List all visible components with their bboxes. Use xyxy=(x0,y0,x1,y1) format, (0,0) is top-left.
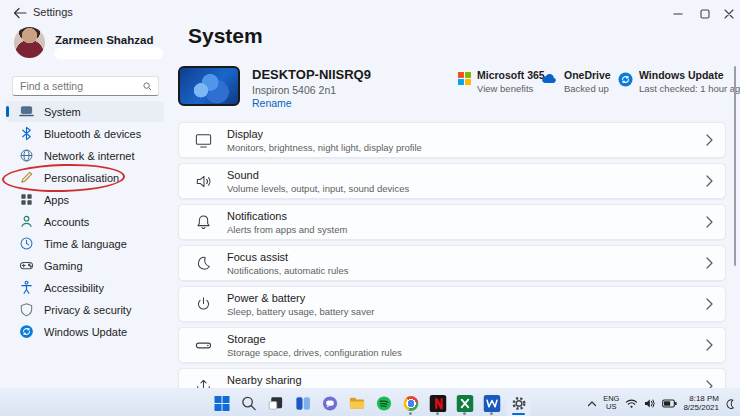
chat-button[interactable] xyxy=(318,390,342,416)
back-button[interactable] xyxy=(13,7,27,19)
row-description: Sleep, battery usage, battery saver xyxy=(227,306,374,317)
close-button[interactable] xyxy=(723,9,735,19)
taskbar-icon-strip xyxy=(210,389,531,416)
row-label: Sound xyxy=(227,169,409,181)
power-icon xyxy=(194,295,213,314)
sidebar-item-apps[interactable]: Apps xyxy=(6,189,164,210)
selected-indicator xyxy=(6,106,9,117)
focus-assist-moon-icon[interactable] xyxy=(725,398,735,409)
running-indicator xyxy=(409,412,412,415)
rename-link[interactable]: Rename xyxy=(252,97,292,109)
sidebar-item-label: System xyxy=(44,106,81,118)
wifi-icon[interactable] xyxy=(625,398,638,409)
row-focus-assist[interactable]: Focus assist Notifications, automatic ru… xyxy=(178,245,726,281)
chat-icon xyxy=(321,395,338,412)
sidebar-item-label: Accounts xyxy=(44,216,89,228)
excel-icon xyxy=(456,395,473,412)
file-explorer-button[interactable] xyxy=(345,390,369,416)
status-card-microsoft-365[interactable]: Microsoft 365 View benefits xyxy=(458,69,545,94)
device-name: DESKTOP-NIISRQ9 xyxy=(252,67,371,82)
sidebar-item-network-internet[interactable]: Network & internet xyxy=(6,145,164,166)
minimize-button[interactable] xyxy=(672,9,684,19)
chevron-right-icon xyxy=(706,257,713,269)
status-sublabel: View benefits xyxy=(477,83,545,94)
row-storage[interactable]: Storage Storage space, drives, configura… xyxy=(178,327,726,363)
device-model: Inspiron 5406 2n1 xyxy=(252,84,336,96)
sidebar-item-privacy-security[interactable]: Privacy & security xyxy=(6,299,164,320)
clock-date[interactable]: 8:18 PM 8/25/2021 xyxy=(683,394,719,412)
word-button[interactable] xyxy=(480,390,504,416)
tray-chevron-up[interactable] xyxy=(587,400,597,407)
personalisation-icon xyxy=(19,170,34,185)
focus-assist-icon xyxy=(194,254,213,273)
chevron-right-icon xyxy=(706,175,713,187)
sidebar-item-accessibility[interactable]: Accessibility xyxy=(6,277,164,298)
row-description: Notifications, automatic rules xyxy=(227,265,348,276)
spotify-button[interactable] xyxy=(372,390,396,416)
row-display[interactable]: Display Monitors, brightness, night ligh… xyxy=(178,122,726,158)
sidebar-item-accounts[interactable]: Accounts xyxy=(6,211,164,232)
sidebar-nav: System Bluetooth & devices Network & int… xyxy=(6,101,164,343)
chrome-button[interactable] xyxy=(399,390,423,416)
tray-time: 8:18 PM xyxy=(683,394,719,403)
privacy-icon xyxy=(19,302,34,317)
running-indicator xyxy=(490,412,493,415)
device-thumbnail xyxy=(178,66,240,106)
start-button[interactable] xyxy=(210,390,234,416)
system-tray: ENG US 8:18 PM 8/25/2021 xyxy=(587,389,737,416)
language-indicator[interactable]: ENG US xyxy=(603,395,619,411)
battery-icon[interactable] xyxy=(662,399,677,408)
system-icon xyxy=(19,104,34,119)
sidebar-item-label: Personalisation xyxy=(44,172,119,184)
row-sound[interactable]: Sound Volume levels, output, input, soun… xyxy=(178,163,726,199)
status-sublabel: Backed up xyxy=(564,83,611,94)
sidebar-item-windows-update[interactable]: Windows Update xyxy=(6,321,164,342)
sidebar-item-gaming[interactable]: Gaming xyxy=(6,255,164,276)
netflix-icon xyxy=(429,395,446,412)
row-label: Storage xyxy=(227,333,402,345)
chevron-right-icon xyxy=(706,134,713,146)
task-view-button[interactable] xyxy=(264,390,288,416)
row-label: Nearby sharing xyxy=(227,374,384,386)
status-card-windows-update[interactable]: Windows Update Last checked: 1 hour ago xyxy=(618,69,740,94)
sidebar-item-label: Gaming xyxy=(44,260,83,272)
excel-button[interactable] xyxy=(453,390,477,416)
volume-icon[interactable] xyxy=(644,398,656,409)
maximize-button[interactable] xyxy=(699,9,711,19)
netflix-button[interactable] xyxy=(426,390,450,416)
settings-list: Display Monitors, brightness, night ligh… xyxy=(178,122,726,409)
windows-start-icon xyxy=(214,396,229,411)
settings-taskbar-button[interactable] xyxy=(507,390,531,416)
row-label: Notifications xyxy=(227,210,347,222)
sidebar-item-time-language[interactable]: Time & language xyxy=(6,233,164,254)
windows-update-icon xyxy=(19,324,34,339)
taskbar-search-button[interactable] xyxy=(237,390,261,416)
row-label: Power & battery xyxy=(227,292,374,304)
titlebar: Settings xyxy=(0,0,740,26)
spotify-icon xyxy=(375,395,392,412)
running-indicator xyxy=(436,412,439,415)
avatar[interactable] xyxy=(14,27,45,58)
row-notifications[interactable]: Notifications Alerts from apps and syste… xyxy=(178,204,726,240)
search-input[interactable] xyxy=(18,78,138,94)
microsoft-365-icon xyxy=(458,72,471,94)
scrollbar[interactable] xyxy=(734,66,736,266)
widgets-button[interactable] xyxy=(291,390,315,416)
row-power-battery[interactable]: Power & battery Sleep, battery usage, ba… xyxy=(178,286,726,322)
tray-date: 8/25/2021 xyxy=(683,403,719,412)
running-indicator xyxy=(463,412,466,415)
sidebar-item-label: Privacy & security xyxy=(44,304,131,316)
sidebar-item-personalisation[interactable]: Personalisation xyxy=(6,167,164,188)
chevron-right-icon xyxy=(706,339,713,351)
row-label: Focus assist xyxy=(227,251,348,263)
notifications-icon xyxy=(194,213,213,232)
bluetooth-icon xyxy=(19,126,34,141)
page-title: System xyxy=(188,24,263,48)
onedrive-icon xyxy=(540,72,558,94)
status-card-onedrive[interactable]: OneDrive Backed up xyxy=(540,69,611,94)
task-view-icon xyxy=(267,395,284,412)
gear-icon xyxy=(510,395,527,412)
sidebar-item-bluetooth-devices[interactable]: Bluetooth & devices xyxy=(6,123,164,144)
back-arrow-icon xyxy=(13,7,27,19)
sidebar-item-system[interactable]: System xyxy=(6,101,164,122)
